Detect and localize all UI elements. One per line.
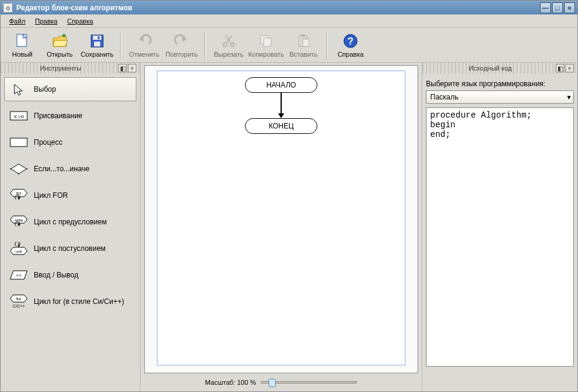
- tool-glyph-icon: for: [10, 189, 28, 201]
- tools-list: ВыборX:=0ПрисваиваниеПроцессЕсли...то...…: [4, 77, 136, 314]
- svg-rect-6: [94, 42, 100, 46]
- tool-item-0[interactable]: Выбор: [4, 77, 136, 101]
- zoom-thumb[interactable]: [268, 379, 276, 387]
- close-button[interactable]: ×: [564, 2, 575, 13]
- menubar: Файл Правка Справка: [1, 14, 577, 28]
- flow-start-block[interactable]: НАЧАЛО: [245, 77, 317, 93]
- tool-glyph-icon: until: [10, 242, 28, 254]
- flow-arrow: [281, 93, 282, 115]
- source-dock-header: Исходный код ◧ ×: [422, 63, 577, 74]
- tool-item-label: Цикл с предусловием: [34, 218, 107, 226]
- window-title: Редактор блок-схем алгоритмов: [16, 4, 539, 12]
- redo-button[interactable]: Повторить: [164, 30, 200, 61]
- tools-dock-header: Инструменты ◧ ×: [1, 63, 140, 74]
- svg-text:while: while: [14, 218, 23, 222]
- tool-item-5[interactable]: whileЦикл с предусловием: [4, 210, 136, 234]
- tool-item-2[interactable]: Процесс: [4, 130, 136, 154]
- tool-glyph-icon: >>: [10, 269, 28, 281]
- tool-item-1[interactable]: X:=0Присваивание: [4, 104, 136, 128]
- svg-text:C/C++: C/C++: [13, 304, 25, 308]
- zoom-label: Масштаб: 100 %: [205, 379, 256, 386]
- maximize-button[interactable]: □: [552, 2, 563, 13]
- titlebar: ◇ Редактор блок-схем алгоритмов — □ ×: [1, 1, 577, 14]
- undo-button[interactable]: Отменить: [126, 30, 162, 61]
- undo-icon: [136, 33, 153, 49]
- center-panel: НАЧАЛО КОНЕЦ Масштаб: 100 %: [141, 63, 422, 391]
- tool-item-8[interactable]: forC/C++Цикл for (в стиле Си/Си++): [4, 289, 136, 314]
- tool-glyph-icon: forC/C++: [10, 296, 28, 308]
- tools-dock-title: Инструменты: [40, 65, 81, 72]
- new-button[interactable]: Новый: [4, 30, 40, 61]
- menu-edit[interactable]: Правка: [30, 16, 62, 26]
- svg-text:>>: >>: [16, 273, 22, 278]
- help-button[interactable]: ? Справка: [332, 30, 369, 61]
- tool-item-7[interactable]: >>Ввод / Вывод: [4, 263, 136, 287]
- flow-end-block[interactable]: КОНЕЦ: [245, 118, 317, 134]
- tool-item-label: Процесс: [34, 138, 62, 147]
- svg-text:X:=0: X:=0: [14, 114, 24, 119]
- tool-glyph-icon: X:=0: [10, 110, 28, 122]
- tool-item-label: Присваивание: [34, 112, 83, 120]
- tools-dock-float-button[interactable]: ◧: [118, 64, 127, 72]
- save-button[interactable]: Сохранить: [79, 30, 115, 61]
- language-select[interactable]: Паскаль ▾: [426, 90, 574, 104]
- flowchart-canvas[interactable]: НАЧАЛО КОНЕЦ: [157, 71, 405, 365]
- menu-help[interactable]: Справка: [62, 16, 98, 26]
- language-label: Выберите язык программирования:: [426, 80, 574, 88]
- svg-text:until: until: [15, 250, 22, 253]
- zoom-bar: Масштаб: 100 %: [143, 376, 419, 389]
- source-dock: Исходный код ◧ × Выберите язык программи…: [422, 63, 577, 391]
- svg-marker-22: [11, 164, 27, 174]
- clipboard-icon: [295, 33, 312, 49]
- tool-glyph-icon: [10, 83, 28, 95]
- scissors-icon: [220, 33, 237, 49]
- toolbar: Новый Открыть Сохранить Отменить По: [1, 28, 577, 63]
- help-icon: ?: [342, 33, 359, 49]
- tool-item-label: Цикл FOR: [34, 191, 68, 200]
- paste-button[interactable]: Вставить: [285, 30, 322, 61]
- folder-open-icon: [51, 33, 68, 49]
- svg-rect-7: [98, 36, 100, 39]
- zoom-slider[interactable]: [261, 381, 357, 384]
- language-selected-value: Паскаль: [430, 93, 459, 101]
- tools-dock-close-button[interactable]: ×: [128, 64, 136, 72]
- menu-file[interactable]: Файл: [4, 16, 30, 26]
- tool-item-label: Ввод / Вывод: [34, 271, 78, 279]
- cut-button[interactable]: Вырезать: [211, 30, 247, 61]
- svg-rect-13: [264, 38, 271, 46]
- svg-text:for: for: [16, 191, 22, 195]
- new-file-icon: [14, 33, 31, 49]
- tool-item-label: Выбор: [34, 85, 56, 93]
- svg-text:?: ?: [348, 36, 354, 46]
- svg-rect-16: [303, 39, 309, 46]
- source-dock-title: Исходный код: [469, 65, 512, 72]
- tool-item-label: Если...то...иначе: [34, 165, 89, 173]
- svg-rect-5: [93, 36, 101, 40]
- source-dock-close-button[interactable]: ×: [565, 64, 574, 72]
- floppy-icon: [89, 33, 106, 49]
- tool-glyph-icon: [10, 136, 28, 148]
- tools-dock: Инструменты ◧ × ВыборX:=0ПрисваиваниеПро…: [1, 63, 141, 391]
- minimize-button[interactable]: —: [540, 2, 551, 13]
- svg-rect-21: [10, 138, 27, 147]
- tool-item-label: Цикл for (в стиле Си/Си++): [34, 297, 124, 306]
- copy-icon: [258, 33, 275, 49]
- tool-item-6[interactable]: untilЦикл с постусловием: [4, 236, 136, 261]
- copy-button[interactable]: Копировать: [248, 30, 284, 61]
- source-code-box[interactable]: procedure Algorithm; begin end;: [426, 107, 574, 367]
- svg-rect-15: [301, 34, 305, 37]
- tool-glyph-icon: while: [10, 216, 28, 228]
- arrow-head-icon: [278, 113, 284, 118]
- svg-text:for: for: [16, 297, 22, 301]
- tool-item-3[interactable]: Если...то...иначе: [4, 157, 136, 181]
- open-button[interactable]: Открыть: [42, 30, 78, 61]
- redo-icon: [173, 33, 190, 49]
- app-icon: ◇: [3, 3, 13, 13]
- main-area: Инструменты ◧ × ВыборX:=0ПрисваиваниеПро…: [1, 63, 577, 391]
- tool-glyph-icon: [10, 163, 28, 175]
- svg-marker-3: [53, 40, 68, 46]
- canvas-wrap: НАЧАЛО КОНЕЦ: [144, 65, 418, 373]
- tool-item-4[interactable]: forЦикл FOR: [4, 183, 136, 207]
- source-dock-float-button[interactable]: ◧: [556, 64, 564, 72]
- chevron-down-icon: ▾: [567, 93, 571, 101]
